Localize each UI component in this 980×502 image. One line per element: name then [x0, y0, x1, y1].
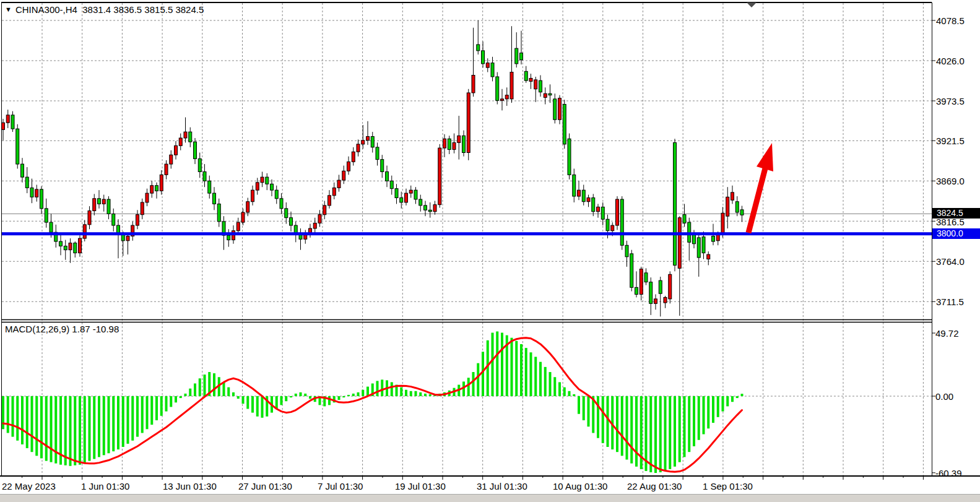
macd-bar	[16, 396, 19, 441]
candle-body	[491, 63, 494, 77]
candle-body	[227, 235, 230, 240]
candle-body	[731, 193, 734, 200]
candle-body	[102, 199, 105, 204]
candle-body	[366, 137, 370, 141]
macd-bar	[607, 396, 609, 447]
candle-body	[529, 78, 532, 81]
candle-body	[664, 297, 667, 303]
macd-bar	[160, 396, 163, 416]
candle-body	[428, 210, 431, 211]
macd-bar	[707, 396, 709, 428]
candle-body	[553, 99, 557, 119]
macd-bar	[50, 396, 53, 462]
candle-body	[606, 219, 609, 231]
macd-bar	[649, 396, 652, 472]
candle-body	[126, 236, 129, 240]
macd-bar	[242, 396, 245, 404]
candle-body	[194, 142, 197, 158]
macd-bar	[342, 396, 345, 397]
candle-body	[620, 199, 623, 245]
candle-body	[697, 238, 700, 257]
macd-bar	[688, 396, 690, 452]
macd-bar	[155, 396, 158, 420]
trend-arrow-shaft[interactable]	[748, 168, 765, 233]
trend-arrow[interactable]	[748, 143, 773, 233]
macd-bar	[300, 392, 302, 396]
candle-body	[644, 273, 648, 282]
candle-body	[625, 245, 628, 257]
candle-body	[155, 186, 158, 191]
macd-bar	[204, 374, 206, 396]
macd-bar	[93, 396, 95, 459]
macd-bar	[170, 396, 172, 407]
macd-bar	[726, 396, 729, 406]
macd-bar	[511, 338, 513, 396]
support-line[interactable]	[2, 232, 932, 235]
macd-bar	[558, 382, 561, 396]
candle-body	[141, 202, 144, 215]
macd-bar	[626, 396, 628, 460]
candle-body	[16, 129, 19, 164]
candle-body	[150, 186, 154, 193]
candle-body	[175, 145, 178, 155]
candle-body	[501, 99, 504, 100]
window-bottom-edge	[0, 494, 980, 502]
candle-body	[534, 80, 537, 89]
candle-body	[217, 204, 220, 221]
chart-window: ▼CHINA300-,H4 3831.4 3836.5 3815.5 3824.…	[0, 0, 980, 502]
macd-bar	[419, 392, 422, 396]
macd-bar	[136, 396, 139, 437]
macd-bar	[251, 396, 254, 413]
macd-bar	[40, 396, 43, 458]
candle-body	[693, 235, 696, 244]
time-axis-label: 13 Jun 01:30	[163, 481, 217, 491]
candle-body	[347, 162, 350, 171]
macd-bar	[184, 394, 187, 396]
macd-bar	[477, 363, 479, 396]
macd-bar	[539, 362, 542, 396]
macd-bar	[679, 396, 681, 462]
macd-bar	[199, 378, 201, 396]
candle-body	[616, 199, 619, 225]
candle-body	[702, 237, 705, 253]
macd-bar	[108, 396, 110, 453]
macd-bar	[26, 396, 28, 448]
macd-bar	[472, 372, 475, 396]
macd-bar	[122, 396, 124, 447]
trend-arrow-head[interactable]	[757, 143, 773, 171]
macd-bar	[501, 333, 503, 397]
chart-canvas[interactable]	[0, 0, 980, 502]
candle-body	[69, 243, 72, 250]
macd-bar	[410, 391, 412, 396]
candle-body	[433, 205, 436, 212]
candle-body	[6, 115, 9, 123]
macd-bar	[112, 396, 115, 451]
macd-bar	[117, 396, 119, 449]
last-bar-marker-icon	[747, 2, 757, 7]
axis-ticks	[22, 20, 935, 480]
macd-bar	[400, 387, 402, 396]
macd-bar	[232, 392, 235, 396]
candle-body	[659, 280, 662, 293]
macd-bar	[530, 352, 532, 396]
candle-body	[635, 287, 638, 294]
macd-bar	[223, 382, 225, 396]
macd-bar	[597, 396, 599, 438]
candle-body	[198, 158, 201, 171]
macd-bar	[194, 384, 196, 397]
macd-bar	[74, 396, 76, 465]
candle-body	[170, 155, 173, 164]
macd-bar	[352, 394, 355, 396]
macd-bar	[683, 396, 686, 457]
macd-bar	[583, 396, 585, 420]
candle-body	[386, 171, 389, 181]
candle-body	[630, 254, 633, 287]
macd-bar	[362, 390, 364, 396]
candle-body	[241, 212, 245, 222]
candle-body	[332, 188, 336, 195]
macd-bar	[515, 341, 518, 396]
macd-bar	[376, 381, 379, 396]
candle-body	[165, 164, 168, 175]
candle-body	[121, 235, 124, 241]
macd-bar	[496, 331, 498, 396]
